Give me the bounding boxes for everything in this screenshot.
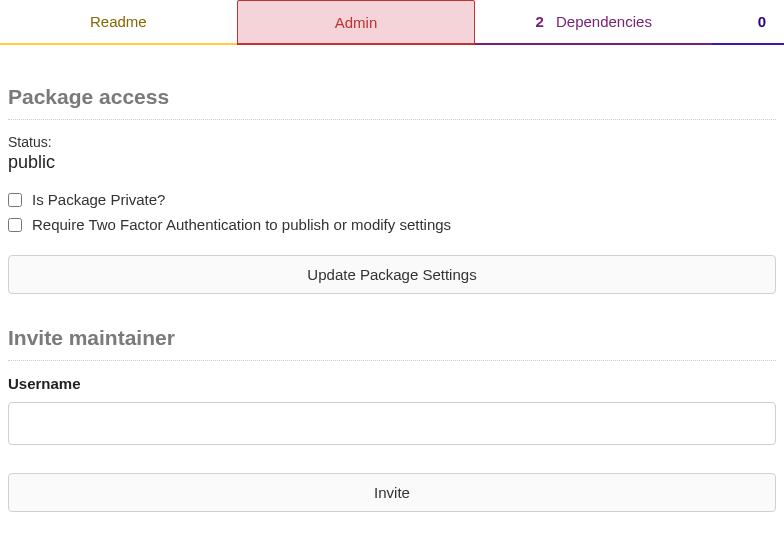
private-checkbox[interactable]: [8, 193, 22, 207]
tab-dependencies[interactable]: 2 Dependencies: [475, 0, 712, 45]
dependencies-count: 2: [535, 13, 543, 30]
twofa-checkbox-label: Require Two Factor Authentication to pub…: [32, 216, 451, 233]
twofa-checkbox[interactable]: [8, 218, 22, 232]
tab-readme-label: Readme: [90, 13, 147, 30]
private-checkbox-label: Is Package Private?: [32, 191, 165, 208]
tab-admin[interactable]: Admin: [237, 0, 476, 45]
update-settings-button[interactable]: Update Package Settings: [8, 255, 776, 294]
tab-readme[interactable]: Readme: [0, 0, 237, 45]
invite-heading: Invite maintainer: [8, 326, 776, 350]
dependencies-label: Dependencies: [556, 13, 652, 30]
admin-content: Package access Status: public Is Package…: [0, 45, 784, 512]
status-label: Status:: [8, 134, 776, 150]
extra-count: 0: [758, 13, 766, 30]
tab-admin-label: Admin: [335, 14, 378, 31]
twofa-checkbox-row[interactable]: Require Two Factor Authentication to pub…: [8, 216, 776, 233]
private-checkbox-row[interactable]: Is Package Private?: [8, 191, 776, 208]
tab-bar: Readme Admin 2 Dependencies 0: [0, 0, 784, 45]
username-input[interactable]: [8, 402, 776, 445]
username-label: Username: [8, 375, 776, 392]
status-value: public: [8, 152, 776, 173]
tab-extra[interactable]: 0: [712, 0, 784, 45]
divider: [8, 360, 776, 361]
invite-button[interactable]: Invite: [8, 473, 776, 512]
package-access-heading: Package access: [8, 85, 776, 109]
divider: [8, 119, 776, 120]
